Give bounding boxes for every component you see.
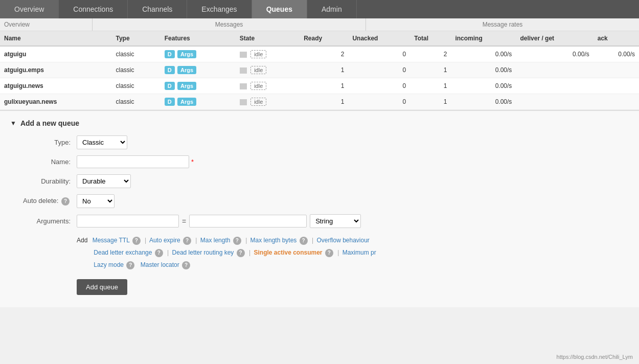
max-length-bytes-help-icon[interactable]: ? bbox=[300, 237, 308, 245]
col-incoming: incoming bbox=[451, 31, 516, 46]
col-ready: Ready bbox=[300, 31, 348, 46]
cell-ack bbox=[594, 94, 639, 110]
arg-overflow-behaviour[interactable]: Overflow behaviour bbox=[316, 237, 369, 244]
add-queue-toggle[interactable]: ▼ Add a new queue bbox=[10, 119, 629, 127]
col-state: State bbox=[236, 31, 300, 46]
arg-auto-expire[interactable]: Auto expire bbox=[149, 237, 180, 244]
cell-deliver-get bbox=[516, 62, 593, 78]
table-header: Name Type Features State Ready Unacked T… bbox=[0, 31, 639, 46]
lazy-mode-help-icon[interactable]: ? bbox=[126, 261, 134, 269]
sep7: | bbox=[249, 249, 250, 256]
cell-features: D Args bbox=[161, 94, 236, 110]
add-label: Add bbox=[77, 237, 87, 244]
badge-args: Args bbox=[177, 82, 196, 90]
sep8: | bbox=[337, 249, 339, 256]
badge-args: Args bbox=[177, 98, 196, 106]
tab-admin[interactable]: Admin bbox=[307, 0, 357, 18]
name-row: Name: * bbox=[10, 155, 629, 168]
section-header-row: Overview Messages Message rates bbox=[0, 18, 639, 31]
tab-overview[interactable]: Overview bbox=[0, 0, 59, 18]
arg-dead-letter-exchange[interactable]: Dead letter exchange bbox=[94, 249, 152, 256]
nav-tabs: Overview Connections Channels Exchanges … bbox=[0, 0, 639, 18]
table-row[interactable]: gulixueyuan.news classic D Args idle 1 0… bbox=[0, 94, 639, 110]
cell-deliver-get bbox=[516, 94, 593, 110]
argument-type-select[interactable]: String Number Boolean List bbox=[310, 214, 361, 228]
cell-ack: 0.00/s bbox=[594, 46, 639, 62]
sep2: | bbox=[145, 237, 146, 244]
argument-value-input[interactable] bbox=[189, 215, 307, 228]
argument-key-input[interactable] bbox=[77, 215, 179, 228]
cell-total: 1 bbox=[410, 78, 451, 94]
arguments-row: Arguments: = String Number Boolean List bbox=[10, 214, 629, 228]
dead-letter-exchange-help-icon[interactable]: ? bbox=[155, 249, 163, 257]
tab-queues[interactable]: Queues bbox=[252, 0, 307, 18]
tab-exchanges[interactable]: Exchanges bbox=[187, 0, 252, 18]
cell-deliver-get: 0.00/s bbox=[516, 46, 593, 62]
badge-d: D bbox=[165, 50, 175, 58]
arg-message-ttl[interactable]: Message TTL bbox=[93, 237, 130, 244]
col-type: Type bbox=[112, 31, 161, 46]
section-rates-label: Message rates bbox=[366, 18, 639, 31]
tab-connections[interactable]: Connections bbox=[59, 0, 128, 18]
durability-label: Durability: bbox=[10, 177, 77, 185]
max-length-help-icon[interactable]: ? bbox=[233, 237, 241, 245]
cell-incoming: 0.00/s bbox=[451, 46, 516, 62]
arg-max-length[interactable]: Max length bbox=[200, 237, 231, 244]
cell-ready: 1 bbox=[300, 62, 348, 78]
master-locator-help-icon[interactable]: ? bbox=[182, 261, 190, 269]
col-name: Name bbox=[0, 31, 112, 46]
toggle-arrow: ▼ bbox=[10, 120, 16, 127]
cell-features: D Args bbox=[161, 78, 236, 94]
add-queue-button[interactable]: Add queue bbox=[77, 279, 127, 295]
arg-master-locator[interactable]: Master locator bbox=[141, 261, 179, 268]
cell-ready: 1 bbox=[300, 94, 348, 110]
sep4: | bbox=[245, 237, 247, 244]
auto-delete-select[interactable]: No Yes bbox=[77, 194, 115, 208]
name-label: Name: bbox=[10, 158, 77, 166]
equals-sign: = bbox=[182, 217, 186, 225]
badge-d: D bbox=[165, 82, 175, 90]
col-ack: ack bbox=[594, 31, 639, 46]
table-row[interactable]: atguigu.emps classic D Args idle 1 0 1 0… bbox=[0, 62, 639, 78]
arg-max-length-bytes[interactable]: Max length bytes bbox=[250, 237, 297, 244]
table-row[interactable]: atguigu classic D Args idle 2 0 2 0.00/s… bbox=[0, 46, 639, 62]
state-badge: idle bbox=[250, 98, 266, 106]
col-deliver-get: deliver / get bbox=[516, 31, 593, 46]
state-badge: idle bbox=[250, 50, 266, 58]
sep5: | bbox=[312, 237, 313, 244]
toggle-label: Add a new queue bbox=[20, 119, 79, 127]
arg-maximum-priority[interactable]: Maximum pr bbox=[343, 249, 376, 256]
arguments-inputs: = String Number Boolean List bbox=[77, 214, 361, 228]
type-select[interactable]: Classic Quorum bbox=[77, 135, 127, 149]
cell-state: idle bbox=[236, 46, 300, 62]
arg-single-active-consumer[interactable]: Single active consumer bbox=[254, 249, 322, 256]
arg-lazy-mode[interactable]: Lazy mode bbox=[94, 261, 124, 268]
name-input[interactable] bbox=[77, 155, 189, 168]
auto-expire-help-icon[interactable]: ? bbox=[183, 237, 191, 245]
queues-table-section: Overview Messages Message rates Name Typ… bbox=[0, 18, 639, 110]
cell-unacked: 0 bbox=[348, 78, 410, 94]
single-active-consumer-help-icon[interactable]: ? bbox=[325, 249, 333, 257]
cell-state: idle bbox=[236, 78, 300, 94]
cell-type: classic bbox=[112, 46, 161, 62]
cell-type: classic bbox=[112, 94, 161, 110]
cell-state: idle bbox=[236, 94, 300, 110]
section-messages-label: Messages bbox=[92, 18, 366, 31]
cell-name: gulixueyuan.news bbox=[0, 94, 112, 110]
dead-letter-routing-key-help-icon[interactable]: ? bbox=[237, 249, 245, 257]
cell-type: classic bbox=[112, 78, 161, 94]
arg-dead-letter-routing-key[interactable]: Dead letter routing key bbox=[172, 249, 234, 256]
col-features: Features bbox=[161, 31, 236, 46]
auto-delete-help-icon[interactable]: ? bbox=[61, 197, 70, 206]
cell-state: idle bbox=[236, 62, 300, 78]
sep3: | bbox=[195, 237, 197, 244]
cell-incoming: 0.00/s bbox=[451, 78, 516, 94]
sep6: | bbox=[167, 249, 169, 256]
table-row[interactable]: atguigu.news classic D Args idle 1 0 1 0… bbox=[0, 78, 639, 94]
cell-unacked: 0 bbox=[348, 62, 410, 78]
cell-ack bbox=[594, 78, 639, 94]
durability-select[interactable]: Durable Transient bbox=[77, 174, 131, 188]
message-ttl-help-icon[interactable]: ? bbox=[132, 237, 141, 245]
queues-table: Name Type Features State Ready Unacked T… bbox=[0, 31, 639, 110]
tab-channels[interactable]: Channels bbox=[128, 0, 187, 18]
